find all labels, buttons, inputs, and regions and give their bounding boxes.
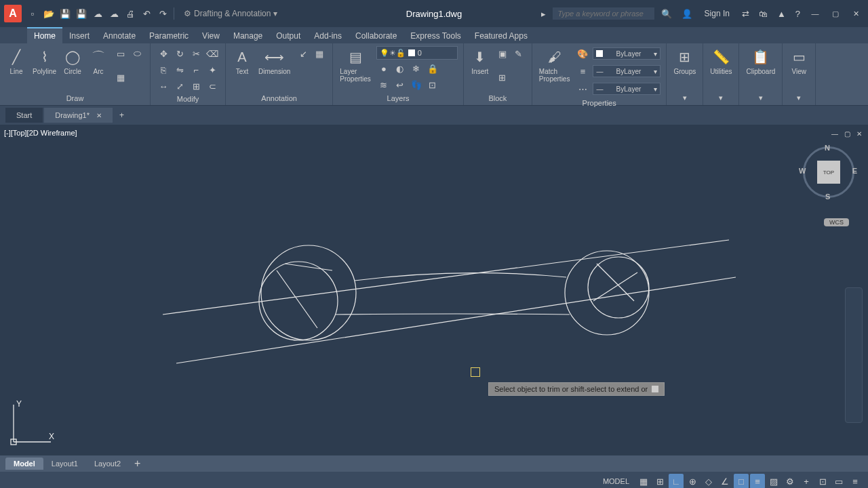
monitor-icon[interactable]: ▭	[831, 474, 846, 488]
dimension-tool[interactable]: ⟷Dimension	[257, 46, 292, 93]
hatch-icon[interactable]: ▦	[113, 70, 128, 85]
tab-manage[interactable]: Manage	[226, 28, 269, 43]
line-tool[interactable]: ╱Line	[5, 46, 27, 93]
layer-prev-icon[interactable]: ↩	[393, 77, 408, 92]
layer-states-icon[interactable]: ⊡	[425, 77, 440, 92]
app-icon[interactable]: A	[4, 5, 22, 22]
leader-icon[interactable]: ↙	[296, 46, 311, 61]
layout-tab-layout1[interactable]: Layout1	[43, 458, 86, 470]
compass-w[interactable]: W	[799, 167, 806, 175]
groups-tool[interactable]: ⊞Groups	[672, 46, 697, 92]
panel-block-label[interactable]: Block	[469, 93, 526, 102]
clipboard-tool[interactable]: 📋Clipboard	[745, 46, 776, 92]
circle-tool[interactable]: ◯Circle	[62, 46, 83, 93]
compass-e[interactable]: E	[852, 167, 857, 175]
layout-tab-layout2[interactable]: Layout2	[86, 458, 129, 470]
layout-tab-model[interactable]: Model	[5, 458, 43, 470]
drawing-canvas[interactable]: [-][Top][2D Wireframe] — ▢ ✕	[0, 125, 868, 455]
app-store-icon[interactable]: 🛍	[756, 9, 770, 19]
close-tab-icon[interactable]: ✕	[96, 112, 102, 119]
signin-button[interactable]: Sign In	[699, 9, 735, 18]
fillet-icon[interactable]: ⌐	[189, 62, 203, 77]
erase-icon[interactable]: ⌫	[205, 46, 220, 61]
new-icon[interactable]: ▫	[26, 7, 39, 20]
color-dropdown[interactable]: ByLayer▾	[593, 47, 660, 60]
search-expand-icon[interactable]: ▸	[538, 9, 549, 19]
color-icon[interactable]: 🎨	[575, 46, 590, 61]
offset-icon[interactable]: ⊂	[205, 79, 220, 94]
tab-insert[interactable]: Insert	[62, 28, 96, 43]
compass-n[interactable]: N	[825, 144, 830, 152]
panel-modify-label[interactable]: Modify	[156, 94, 220, 103]
snap-toggle-icon[interactable]: ⊞	[652, 474, 667, 488]
trim-icon[interactable]: ✂	[189, 46, 203, 61]
isoplane-icon[interactable]: ◇	[701, 474, 716, 488]
layer-properties-tool[interactable]: ▤Layer Properties	[338, 46, 372, 93]
add-tab-button[interactable]: +	[114, 108, 130, 123]
insert-tool[interactable]: ⬇Insert	[469, 46, 491, 93]
utilities-tool[interactable]: 📏Utilities	[709, 46, 733, 92]
scale-icon[interactable]: ⤢	[172, 79, 187, 94]
cloud-save-icon[interactable]: ☁	[107, 7, 121, 20]
linetype-icon[interactable]: ⋯	[575, 81, 590, 96]
tab-featured-apps[interactable]: Featured Apps	[468, 28, 534, 43]
polar-toggle-icon[interactable]: ⊕	[685, 474, 700, 488]
lineweight-toggle-icon[interactable]: ≡	[750, 474, 765, 488]
tab-view[interactable]: View	[195, 28, 226, 43]
add-layout-button[interactable]: +	[129, 455, 146, 472]
copy-icon[interactable]: ⎘	[156, 62, 171, 77]
edit-block-icon[interactable]: ✎	[511, 46, 526, 61]
wcs-badge[interactable]: WCS	[824, 218, 849, 226]
workspace-icon[interactable]: ⊡	[815, 474, 830, 488]
cycling-icon[interactable]: ⚙	[783, 474, 797, 488]
table-icon[interactable]: ▦	[312, 46, 327, 61]
otrack-icon[interactable]: ∠	[717, 474, 732, 488]
edit-attr-icon[interactable]: ⊞	[495, 70, 510, 85]
saveas-icon[interactable]: 💾	[75, 7, 88, 20]
plot-icon[interactable]: 🖨	[123, 7, 137, 20]
tab-express-tools[interactable]: Express Tools	[403, 28, 467, 43]
cloud-open-icon[interactable]: ☁	[91, 7, 104, 20]
status-model-label[interactable]: MODEL	[597, 477, 635, 485]
stretch-icon[interactable]: ↔	[156, 79, 171, 94]
save-icon[interactable]: 💾	[58, 7, 72, 20]
panel-layers-label[interactable]: Layers	[338, 93, 458, 102]
panel-view-expand[interactable]: ▾	[788, 92, 810, 102]
view-tool[interactable]: ▭View	[788, 46, 810, 92]
rectangle-icon[interactable]: ▭	[113, 46, 128, 61]
panel-properties-label[interactable]: Properties	[538, 98, 661, 107]
array-icon[interactable]: ⊞	[189, 79, 203, 94]
minimize-button[interactable]: —	[807, 7, 823, 20]
search-input[interactable]	[553, 7, 654, 20]
ortho-toggle-icon[interactable]: ∟	[669, 474, 684, 488]
tab-parametric[interactable]: Parametric	[142, 28, 195, 43]
layer-walk-icon[interactable]: 👣	[409, 77, 424, 92]
exchange-icon[interactable]: ⇄	[739, 9, 752, 19]
doc-tab-drawing1[interactable]: Drawing1*✕	[44, 108, 113, 123]
tab-home[interactable]: Home	[27, 27, 62, 43]
ellipse-icon[interactable]: ⬭	[130, 46, 144, 61]
workspace-selector[interactable]: ⚙ Drafting & Annotation ▾	[184, 9, 277, 18]
open-icon[interactable]: 📂	[42, 7, 56, 20]
tab-annotate[interactable]: Annotate	[96, 28, 142, 43]
panel-groups-expand[interactable]: ▾	[672, 92, 697, 102]
tab-output[interactable]: Output	[269, 28, 307, 43]
doc-tab-start[interactable]: Start	[5, 108, 43, 123]
panel-clipboard-expand[interactable]: ▾	[745, 92, 776, 102]
lineweight-icon[interactable]: ≡	[575, 64, 590, 79]
annotation-scale-icon[interactable]: +	[799, 474, 814, 488]
grid-toggle-icon[interactable]: ▦	[636, 474, 651, 488]
view-cube[interactable]: N S E W TOP	[802, 145, 856, 199]
help-icon[interactable]: ?	[793, 9, 803, 19]
layer-iso-icon[interactable]: ◐	[393, 61, 408, 76]
undo-icon[interactable]: ↶	[140, 7, 153, 20]
linetype-dropdown[interactable]: —ByLayer▾	[593, 83, 660, 95]
navigation-bar[interactable]	[845, 287, 863, 423]
panel-draw-label[interactable]: Draw	[5, 93, 144, 102]
customize-icon[interactable]: ≡	[848, 474, 863, 488]
redo-icon[interactable]: ↷	[156, 7, 170, 20]
arc-tool[interactable]: ⌒Arc	[87, 46, 109, 93]
infocenter-icon[interactable]: 🔍	[658, 9, 675, 19]
tab-collaborate[interactable]: Collaborate	[349, 28, 403, 43]
layer-dropdown[interactable]: 💡 ☀ 🔓 0	[376, 46, 458, 60]
